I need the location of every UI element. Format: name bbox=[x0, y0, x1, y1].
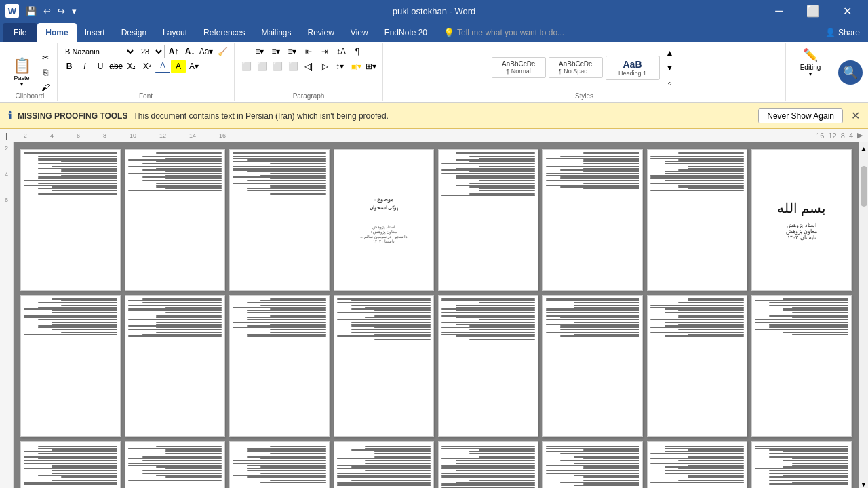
cut-button[interactable]: ✂ bbox=[38, 51, 53, 64]
page-thumb[interactable] bbox=[20, 441, 121, 488]
style-no-spacing[interactable]: AaBbCcDc ¶ No Spac... bbox=[549, 57, 603, 78]
page-thumb[interactable] bbox=[647, 149, 747, 291]
page-thumb[interactable] bbox=[229, 149, 330, 291]
justify-button[interactable]: ⬜ bbox=[285, 60, 300, 73]
shrink-font-button[interactable]: A↓ bbox=[182, 45, 197, 58]
change-case-button[interactable]: Aa▾ bbox=[199, 45, 214, 58]
undo-button[interactable]: ↩ bbox=[41, 5, 54, 18]
italic-button[interactable]: I bbox=[77, 60, 92, 73]
page-thumb[interactable] bbox=[542, 441, 643, 488]
shading-button[interactable]: ▣▾ bbox=[348, 60, 363, 73]
multilevel-button[interactable]: ≡▾ bbox=[285, 45, 300, 58]
indent-increase-button[interactable]: ⇥ bbox=[317, 45, 332, 58]
strikethrough-button[interactable]: abc bbox=[108, 60, 123, 73]
minimize-button[interactable]: ─ bbox=[764, 0, 795, 22]
subscript-button[interactable]: X₂ bbox=[124, 60, 139, 73]
quick-access-dropdown[interactable]: ▾ bbox=[69, 5, 79, 18]
page-thumb[interactable] bbox=[438, 441, 538, 488]
style-normal[interactable]: AaBbCcDc ¶ Normal bbox=[492, 57, 546, 78]
scroll-down-arrow[interactable]: ▼ bbox=[861, 481, 867, 488]
line-spacing-button[interactable]: ↕▾ bbox=[332, 60, 347, 73]
styles-expand[interactable]: ⬦ bbox=[663, 76, 677, 89]
page-thumb[interactable] bbox=[125, 441, 225, 488]
page-thumb[interactable] bbox=[647, 295, 747, 436]
word-icon: W bbox=[5, 4, 19, 18]
font-size-select[interactable]: 28 bbox=[138, 45, 165, 58]
tab-home[interactable]: Home bbox=[37, 23, 76, 42]
highlight-button[interactable]: A bbox=[171, 60, 186, 73]
borders-button[interactable]: ⊞▾ bbox=[363, 60, 378, 73]
show-marks-button[interactable]: ¶ bbox=[350, 45, 365, 58]
scrollbar-thumb[interactable] bbox=[861, 166, 867, 207]
font-color-dropdown[interactable]: A▾ bbox=[186, 60, 201, 73]
page-thumb[interactable] bbox=[20, 149, 121, 291]
restore-button[interactable]: ⬜ bbox=[797, 0, 829, 22]
align-center-button[interactable]: ⬜ bbox=[254, 60, 269, 73]
notification-close-button[interactable]: ✕ bbox=[851, 109, 860, 122]
tab-view[interactable]: View bbox=[342, 23, 376, 42]
page-thumb[interactable] bbox=[647, 441, 747, 488]
editing-button[interactable]: ✏️ Editing ▾ bbox=[790, 45, 831, 80]
align-right-button[interactable]: ⬜ bbox=[270, 60, 285, 73]
page-thumb[interactable] bbox=[125, 295, 225, 436]
paragraph-group: ≡▾ ≡▾ ≡▾ ⇤ ⇥ ↕A ¶ ⬜ ⬜ ⬜ ⬜ ◁| |▷ ↕▾ ▣▾ ⊞▾… bbox=[235, 43, 383, 101]
clear-formatting-button[interactable]: 🧹 bbox=[215, 45, 230, 58]
share-button[interactable]: 👤Share bbox=[817, 23, 868, 42]
copy-button[interactable]: ⎘ bbox=[38, 66, 53, 79]
sort-button[interactable]: ↕A bbox=[334, 45, 349, 58]
page-thumb[interactable] bbox=[20, 295, 121, 436]
page-thumb[interactable] bbox=[229, 295, 330, 436]
page-thumb[interactable] bbox=[542, 295, 643, 436]
font-family-select[interactable]: B Nazanin bbox=[62, 45, 136, 58]
style-heading1[interactable]: AaB Heading 1 bbox=[606, 56, 660, 80]
bold-button[interactable]: B bbox=[62, 60, 77, 73]
tab-endnote[interactable]: EndNote 20 bbox=[376, 23, 435, 42]
paste-button[interactable]: 📋 Paste ▾ bbox=[7, 45, 37, 100]
align-left-button[interactable]: ⬜ bbox=[239, 60, 254, 73]
styles-label: Styles bbox=[383, 92, 785, 100]
grow-font-button[interactable]: A↑ bbox=[166, 45, 181, 58]
font-group: B Nazanin 28 A↑ A↓ Aa▾ 🧹 B I U abc X₂ X²… bbox=[58, 43, 235, 101]
page-thumb[interactable] bbox=[751, 441, 852, 488]
page-thumb[interactable] bbox=[542, 149, 643, 291]
page-thumb[interactable] bbox=[125, 149, 225, 291]
page-thumb[interactable]: موضوع : پوکی استخوان استاد پژوهش معاون پ… bbox=[334, 149, 434, 291]
ltr-button[interactable]: |▷ bbox=[317, 60, 332, 73]
superscript-button[interactable]: X² bbox=[140, 60, 155, 73]
tab-layout[interactable]: Layout bbox=[155, 23, 195, 42]
page-thumb[interactable] bbox=[229, 441, 330, 488]
underline-button[interactable]: U bbox=[93, 60, 108, 73]
page-thumb[interactable] bbox=[334, 441, 434, 488]
page-thumb[interactable] bbox=[334, 295, 434, 436]
scroll-up-arrow[interactable]: ▲ bbox=[861, 145, 867, 152]
ruler-arrow[interactable]: ▶ bbox=[857, 131, 863, 140]
tab-review[interactable]: Review bbox=[299, 23, 342, 42]
indent-decrease-button[interactable]: ⇤ bbox=[301, 45, 316, 58]
page-thumb[interactable] bbox=[438, 295, 538, 436]
styles-scroll-down[interactable]: ▼ bbox=[663, 61, 677, 75]
quick-access-toolbar: 💾 ↩ ↪ ▾ bbox=[23, 5, 79, 18]
window-title: puki ostokhan - Word bbox=[393, 6, 476, 16]
styles-scroll-up[interactable]: ▲ bbox=[663, 46, 677, 60]
tab-mailings[interactable]: Mailings bbox=[253, 23, 299, 42]
tell-me-input[interactable]: 💡Tell me what you want to do... bbox=[435, 23, 572, 42]
tab-insert[interactable]: Insert bbox=[77, 23, 113, 42]
right-scrollbar: ▲ ▼ bbox=[859, 142, 868, 488]
tab-references[interactable]: References bbox=[195, 23, 253, 42]
tab-design[interactable]: Design bbox=[113, 23, 155, 42]
numbering-button[interactable]: ≡▾ bbox=[269, 45, 283, 58]
never-show-again-button[interactable]: Never Show Again bbox=[758, 108, 843, 123]
bullets-button[interactable]: ≡▾ bbox=[252, 45, 267, 58]
rtl-button[interactable]: ◁| bbox=[301, 60, 316, 73]
tab-file[interactable]: File bbox=[3, 23, 37, 42]
close-button[interactable]: ✕ bbox=[831, 0, 863, 22]
page-thumb[interactable] bbox=[438, 149, 538, 291]
search-button[interactable]: 🔍 bbox=[838, 60, 863, 85]
page-thumb[interactable]: بسم الله استاد پژوهش معاون پژوهش تابستان… bbox=[751, 149, 852, 291]
content-area: 2 4 6 موضوع : پوکی استخوان استاد پژوهش م… bbox=[0, 142, 868, 488]
page-thumb[interactable] bbox=[751, 295, 852, 436]
save-button[interactable]: 💾 bbox=[23, 5, 39, 18]
document-canvas[interactable]: موضوع : پوکی استخوان استاد پژوهش معاون پ… bbox=[14, 142, 859, 488]
font-color-button[interactable]: A bbox=[155, 60, 170, 73]
redo-button[interactable]: ↪ bbox=[55, 5, 68, 18]
